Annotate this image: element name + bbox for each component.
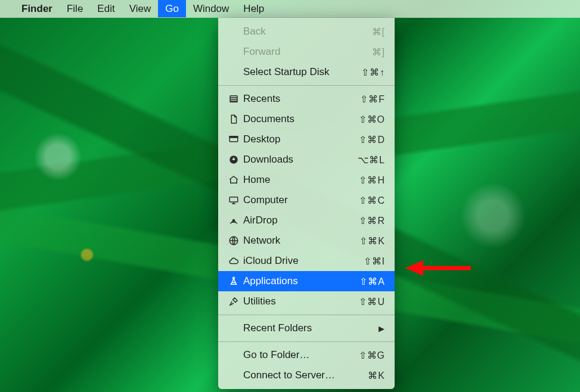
documents-icon <box>227 114 241 125</box>
annotation-arrow-icon <box>405 259 474 278</box>
desktop: Finder File Edit View Go Window Help Bac… <box>0 0 580 392</box>
menubar-view[interactable]: View <box>122 0 159 17</box>
menu-separator <box>218 341 395 342</box>
menu-icloud-drive[interactable]: iCloud Drive ⇧⌘I <box>218 251 395 271</box>
svg-marker-9 <box>405 260 423 276</box>
svg-rect-2 <box>229 136 238 138</box>
menu-desktop[interactable]: Desktop ⇧⌘D <box>218 129 395 150</box>
menu-separator <box>218 315 395 315</box>
menu-utilities[interactable]: Utilities ⇧⌘U <box>218 291 395 312</box>
menu-applications[interactable]: Applications ⇧⌘A <box>218 271 395 291</box>
utilities-icon <box>227 296 241 307</box>
menu-separator <box>218 85 395 86</box>
menu-computer[interactable]: Computer ⇧⌘C <box>218 190 395 210</box>
menubar: Finder File Edit View Go Window Help <box>0 0 580 18</box>
menubar-edit[interactable]: Edit <box>90 0 122 17</box>
menu-forward: Forward ⌘] <box>218 42 395 62</box>
network-icon <box>227 235 241 246</box>
menu-documents[interactable]: Documents ⇧⌘O <box>218 109 395 129</box>
menubar-window[interactable]: Window <box>186 0 236 17</box>
recents-icon <box>227 94 241 104</box>
applications-icon <box>227 276 241 287</box>
home-icon <box>227 175 241 185</box>
menu-back: Back ⌘[ <box>218 21 395 42</box>
menubar-app-name[interactable]: Finder <box>14 0 60 17</box>
svg-rect-4 <box>229 197 238 202</box>
downloads-icon <box>227 154 241 165</box>
menubar-help[interactable]: Help <box>236 0 271 17</box>
menu-recents[interactable]: Recents ⇧⌘F <box>218 89 395 109</box>
menu-downloads[interactable]: Downloads ⌥⌘L <box>218 150 395 170</box>
submenu-arrow-icon: ▶ <box>379 324 385 333</box>
computer-icon <box>227 195 241 206</box>
menu-home[interactable]: Home ⇧⌘H <box>218 170 395 190</box>
menu-go-to-folder[interactable]: Go to Folder… ⇧⌘G <box>218 345 395 365</box>
airdrop-icon <box>227 215 241 226</box>
menu-connect-to-server[interactable]: Connect to Server… ⌘K <box>218 365 395 385</box>
go-menu: Back ⌘[ Forward ⌘] Select Startup Disk ⇧… <box>218 18 395 389</box>
menu-recent-folders[interactable]: Recent Folders ▶ <box>218 318 395 338</box>
menubar-file[interactable]: File <box>60 0 90 17</box>
desktop-icon <box>227 134 241 145</box>
menu-airdrop[interactable]: AirDrop ⇧⌘R <box>218 210 395 231</box>
menu-select-startup-disk[interactable]: Select Startup Disk ⇧⌘↑ <box>218 62 395 82</box>
icloud-icon <box>227 256 241 266</box>
menubar-go[interactable]: Go <box>158 0 186 17</box>
menu-network[interactable]: Network ⇧⌘K <box>218 231 395 251</box>
